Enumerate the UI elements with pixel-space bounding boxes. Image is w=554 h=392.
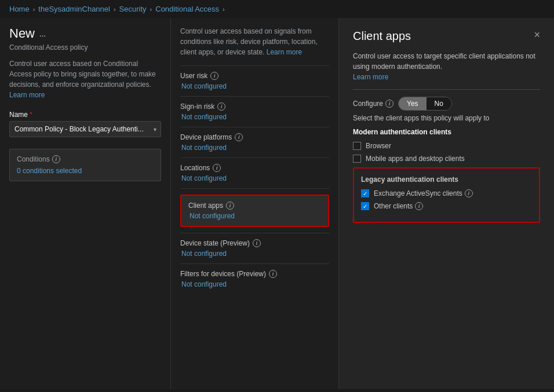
- browser-checkbox[interactable]: [353, 142, 361, 150]
- left-learn-more[interactable]: Learn more: [9, 91, 45, 99]
- close-button[interactable]: ×: [534, 30, 540, 40]
- browser-label: Browser: [366, 142, 391, 150]
- checkbox-mobile-desktop[interactable]: Mobile apps and desktop clients: [353, 155, 540, 163]
- other-clients-info-icon[interactable]: i: [415, 202, 423, 210]
- other-clients-label: Other clients i: [374, 202, 423, 210]
- name-label: Name *: [9, 111, 161, 119]
- right-learn-more[interactable]: Learn more: [353, 73, 388, 81]
- device-state-info-icon[interactable]: i: [253, 239, 261, 247]
- middle-info: Control user access based on signals fro…: [180, 26, 329, 57]
- exchange-activesync-info-icon[interactable]: i: [465, 189, 473, 197]
- breadcrumb: Home › theSysadminChannel › Security › C…: [0, 0, 554, 18]
- conditions-info-icon[interactable]: i: [52, 155, 60, 163]
- exchange-activesync-label: Exchange ActiveSync clients i: [374, 189, 473, 197]
- toggle-yes[interactable]: Yes: [399, 97, 427, 110]
- conditions-title: Conditions i: [17, 155, 154, 163]
- user-risk-info-icon[interactable]: i: [210, 72, 218, 80]
- condition-filters-devices[interactable]: Filters for devices (Preview) i Not conf…: [180, 263, 329, 294]
- configure-label: Configure i: [353, 100, 393, 108]
- condition-user-risk[interactable]: User risk i Not configured: [180, 65, 329, 96]
- toggle-no[interactable]: No: [427, 97, 451, 110]
- breadcrumb-home[interactable]: Home: [9, 5, 30, 13]
- condition-device-platforms[interactable]: Device platforms i Not configured: [180, 127, 329, 157]
- breadcrumb-conditional-access[interactable]: Conditional Access: [155, 5, 219, 13]
- left-panel: New ... Conditional Access policy Contro…: [0, 18, 171, 389]
- panel-title: Client apps: [353, 30, 411, 43]
- exchange-activesync-checkbox[interactable]: [361, 189, 369, 197]
- configure-info-icon[interactable]: i: [385, 100, 393, 108]
- name-input[interactable]: [9, 121, 161, 137]
- mobile-desktop-checkbox[interactable]: [353, 155, 361, 163]
- breadcrumb-security[interactable]: Security: [119, 5, 147, 13]
- middle-panel: Control user access based on signals fro…: [171, 18, 339, 389]
- conditions-box: Conditions i 0 conditions selected: [9, 149, 161, 181]
- chevron-down-icon: ▾: [154, 126, 156, 133]
- right-panel: Client apps × Control user access to tar…: [339, 18, 554, 389]
- conditions-count: 0 conditions selected: [17, 167, 154, 175]
- device-platforms-info-icon[interactable]: i: [235, 133, 243, 141]
- checkbox-exchange-activesync[interactable]: Exchange ActiveSync clients i: [361, 189, 532, 197]
- panel-description: Control user access to target specific c…: [353, 51, 540, 82]
- middle-learn-more[interactable]: Learn more: [267, 48, 302, 56]
- legacy-auth-title: Legacy authentication clients: [361, 175, 532, 184]
- condition-sign-in-risk[interactable]: Sign-in risk i Not configured: [180, 96, 329, 127]
- mobile-desktop-label: Mobile apps and desktop clients: [366, 155, 465, 163]
- condition-device-state[interactable]: Device state (Preview) i Not configured: [180, 233, 329, 263]
- locations-info-icon[interactable]: i: [213, 164, 221, 172]
- client-apps-info-icon[interactable]: i: [226, 202, 234, 210]
- checkbox-browser[interactable]: Browser: [353, 142, 540, 150]
- page-subtitle: Conditional Access policy: [9, 43, 161, 52]
- condition-client-apps[interactable]: Client apps i Not configured: [180, 188, 329, 233]
- checkbox-other-clients[interactable]: Other clients i: [361, 202, 532, 210]
- page-title: New: [9, 26, 35, 41]
- sign-in-risk-info-icon[interactable]: i: [217, 102, 225, 111]
- filters-devices-info-icon[interactable]: i: [269, 270, 277, 278]
- condition-locations[interactable]: Locations i Not configured: [180, 157, 329, 188]
- left-info-text: Control user access based on Conditional…: [9, 58, 161, 100]
- select-text: Select the client apps this policy will …: [353, 114, 540, 122]
- legacy-auth-box: Legacy authentication clients Exchange A…: [353, 167, 540, 223]
- configure-toggle[interactable]: Yes No: [398, 97, 452, 111]
- other-clients-checkbox[interactable]: [361, 202, 369, 210]
- modern-auth-title: Modern authentication clients: [353, 128, 540, 136]
- breadcrumb-channel[interactable]: theSysadminChannel: [38, 5, 110, 13]
- ellipsis-menu[interactable]: ...: [39, 30, 46, 38]
